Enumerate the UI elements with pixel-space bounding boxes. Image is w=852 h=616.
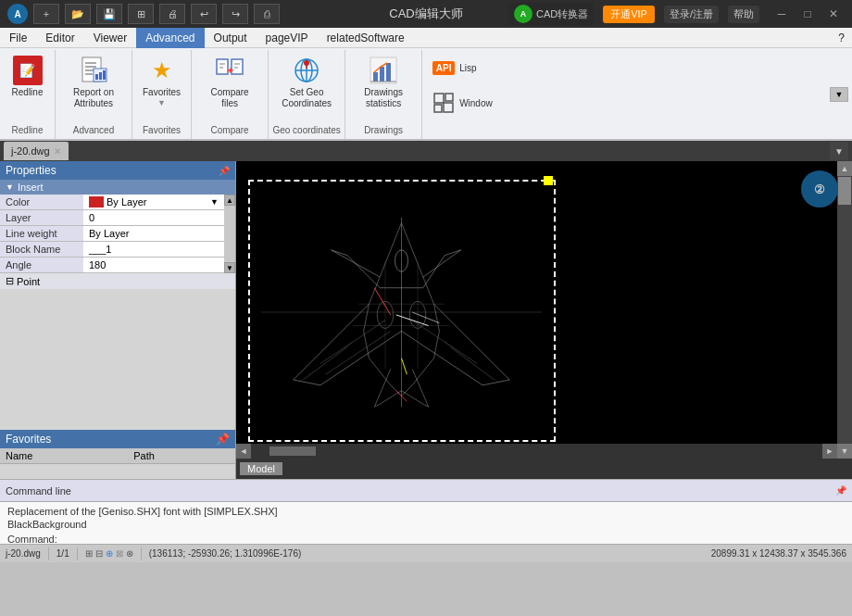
tab-dropdown-btn[interactable]: ▼ [830,142,848,160]
hscroll-left-btn[interactable]: ◄ [236,444,251,459]
fav-cell-name [0,464,128,480]
output-area: Replacement of the [Geniso.SHX] font wit… [0,501,852,544]
window-icon [431,90,457,116]
titlebar-right: A CAD转换器 开通VIP 登录/注册 帮助 ─ □ ✕ [508,3,845,25]
close-btn[interactable]: ✕ [822,5,845,23]
properties-pin-btn[interactable]: 📌 [219,166,230,176]
hscroll-right-btn[interactable]: ► [822,444,837,459]
status-filename: j-20.dwg [6,548,41,559]
geo-btn-label: Set Geo Coordinates [279,87,334,109]
insert-section-header[interactable]: ▼ Insert [0,180,235,195]
osnap-icon[interactable]: ⊗ [126,548,133,559]
prop-val-blockname: ___1 [83,242,224,258]
login-label: 登录/注册 [670,7,713,21]
restore-btn[interactable]: □ [796,5,819,23]
menu-advanced[interactable]: Advanced [136,28,204,48]
ortho-icon[interactable]: ⊕ [106,548,113,559]
tabbar: j-20.dwg ✕ ▼ [0,141,852,161]
section-arrow-icon: ▼ [6,182,14,192]
menu-related-software[interactable]: relatedSoftware [318,28,414,48]
ribbon-group-favorites: ★ Favorites ▼ Favorites [132,50,192,139]
tab-label: j-20.dwg [11,145,50,157]
snap-icon[interactable]: ⊞ [85,548,93,559]
prop-row-angle: Angle 180 [0,258,224,273]
color-dropdown-arrow[interactable]: ▼ [210,197,219,207]
vscroll-up-btn[interactable]: ▲ [837,161,852,176]
favorites-icon: ★ [147,56,177,85]
app-title: CAD编辑大师 [389,6,462,22]
tab-j20dwg[interactable]: j-20.dwg ✕ [4,142,69,160]
vip-btn[interactable]: 开通VIP [603,6,655,23]
compare-files-btn[interactable]: Compare files [195,52,264,113]
svg-rect-28 [445,94,453,101]
new-file-btn[interactable]: + [33,4,59,24]
status-div-1 [48,547,49,560]
minimize-btn[interactable]: ─ [771,5,793,23]
grid-icon[interactable]: ⊟ [95,548,103,559]
prop-key-layer: Layer [0,210,83,226]
print-btn[interactable]: 🖨 [159,4,185,24]
fav-empty-row [0,464,235,480]
printer2-btn[interactable]: ⎙ [254,4,280,24]
svg-rect-1 [85,62,96,64]
window-btn[interactable]: Window [426,87,497,119]
cad-viewport[interactable]: ② [236,161,852,479]
cad-viewport-icon: ② [801,170,838,207]
drawings-btn-label: Drawings statistics [356,87,411,109]
menu-help-icon[interactable]: ? [831,28,852,48]
app-logo: A [7,4,28,24]
svg-rect-4 [85,73,93,75]
prop-scroll-up[interactable]: ▲ [224,195,235,206]
report-on-attributes-btn[interactable]: Report on Attributes [59,52,128,113]
lisp-btn[interactable]: API Lisp [426,52,481,83]
fav-cell-path [128,464,235,480]
tab-close-btn[interactable]: ✕ [54,146,61,157]
compare-btn-label: Compare files [202,87,257,109]
model-tab[interactable]: Model [240,462,282,475]
command-line-panel: Command line 📌 [0,479,852,501]
save-btn[interactable]: 💾 [96,4,122,24]
svg-rect-10 [232,59,243,74]
prop-val-color[interactable]: By Layer ▼ [83,195,224,210]
batch-btn[interactable]: ⊞ [128,4,154,24]
status-coordinates: (136113; -25930.26; 1.310996E-176) [149,548,302,559]
point-expand-icon: ⊟ [6,275,14,287]
properties-rows-wrap: Color By Layer ▼ Layer 0 Line weight [0,195,235,273]
hscroll-thumb[interactable] [269,446,316,456]
favorites-panel: Favorites 📌 Name Path [0,430,235,479]
ribbon-group-geo: Set Geo Coordinates Geo coordinates [269,50,345,139]
vscroll-thumb[interactable] [838,177,851,205]
redo-btn[interactable]: ↪ [222,4,248,24]
command-input[interactable] [61,534,845,544]
redline-icon-symbol: 📝 [19,63,35,78]
drawings-statistics-btn[interactable]: Drawings statistics [349,52,418,113]
ribbon-group-drawings: Drawings statistics Drawings [345,50,422,139]
favorites-dropdown-arrow: ▼ [157,98,166,107]
command-line-pin-btn[interactable]: 📌 [835,485,846,496]
status-div-2 [77,547,78,560]
polar-icon[interactable]: ⊠ [116,548,123,559]
vip-label: 开通VIP [610,7,647,21]
menu-pagevip[interactable]: pageVIP [257,28,318,48]
point-subsection[interactable]: ⊟ Point [0,273,235,289]
set-geo-coordinates-btn[interactable]: Set Geo Coordinates [272,52,341,113]
prop-scroll-down[interactable]: ▼ [224,262,235,273]
menu-output[interactable]: Output [205,28,257,48]
svg-line-47 [304,342,353,380]
menu-editor[interactable]: Editor [36,28,83,48]
properties-table: Color By Layer ▼ Layer 0 Line weight [0,195,224,273]
ribbon-settings-btn[interactable]: ▼ [830,87,848,102]
prop-key-blockname: Block Name [0,242,83,258]
color-swatch [89,196,104,207]
favorites-pin-btn[interactable]: 📌 [216,433,230,446]
redline-btn[interactable]: 📝 Redline [5,52,51,102]
vscroll-down-btn[interactable]: ▼ [837,444,852,459]
undo-btn[interactable]: ↩ [191,4,217,24]
login-btn[interactable]: 登录/注册 [664,6,719,23]
command-prompt-row: Command: [7,534,845,544]
menu-file[interactable]: File [0,28,36,48]
help-btn[interactable]: 帮助 [728,6,759,23]
menu-viewer[interactable]: Viewer [84,28,136,48]
open-file-btn[interactable]: 📂 [65,4,91,24]
favorites-btn[interactable]: ★ Favorites ▼ [136,52,187,111]
